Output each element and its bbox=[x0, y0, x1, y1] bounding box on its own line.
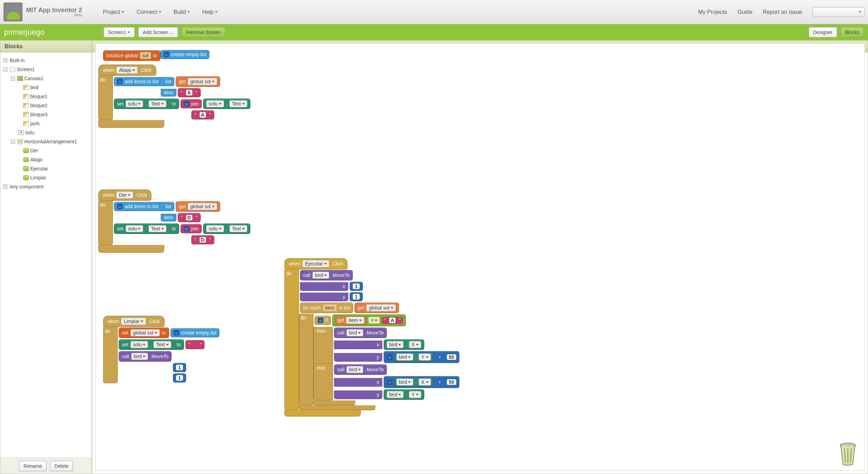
sprite-icon bbox=[23, 112, 29, 117]
screen-select-button[interactable]: Screen1 bbox=[103, 27, 135, 37]
gear-icon[interactable] bbox=[387, 354, 392, 360]
tree-sprite[interactable]: bloque3 bbox=[2, 110, 90, 119]
link-guide[interactable]: Guide bbox=[737, 9, 752, 15]
caret-icon bbox=[859, 11, 861, 13]
menu-connect[interactable]: Connect bbox=[136, 9, 161, 15]
block-when-abajo-click[interactable]: whenAbajo.Click do add items to list lis… bbox=[98, 65, 865, 128]
menu-help[interactable]: Help bbox=[202, 9, 218, 15]
tree-canvas[interactable]: –Canvas1 bbox=[2, 74, 90, 83]
harrangement-icon bbox=[17, 139, 23, 144]
tree-sprite[interactable]: bloque2 bbox=[2, 101, 90, 110]
sprite-icon bbox=[23, 94, 29, 99]
collapse-icon[interactable]: – bbox=[3, 67, 7, 71]
main-area: Blocks +Built-in –Screen1 –Canvas1 bird … bbox=[0, 40, 868, 474]
tree-sprite[interactable]: bird bbox=[2, 83, 90, 92]
tree-button[interactable]: Der bbox=[2, 146, 90, 155]
menu-project[interactable]: Project bbox=[103, 9, 124, 15]
viewer-panel: Viewer initialize globalsolto create emp… bbox=[92, 40, 868, 474]
menu-build[interactable]: Build bbox=[174, 9, 190, 15]
button-icon bbox=[23, 175, 29, 180]
remove-screen-button[interactable]: Remove Screen bbox=[182, 27, 225, 37]
block-when-ejecutar-click[interactable]: whenEjecutar.Click do callbird.MoveTo x1… bbox=[284, 258, 865, 416]
tree-sprite[interactable]: pork bbox=[2, 119, 90, 128]
blocks-panel-title: Blocks bbox=[0, 41, 92, 52]
caret-icon bbox=[187, 11, 190, 13]
block-init-global[interactable]: initialize globalsolto create empty list bbox=[103, 50, 209, 61]
gear-icon[interactable] bbox=[387, 379, 392, 385]
app-logo bbox=[3, 2, 23, 22]
button-icon bbox=[23, 148, 29, 153]
sprite-icon bbox=[23, 121, 29, 126]
top-right-menus: My Projects Guide Report an Issue bbox=[698, 7, 865, 17]
rename-button[interactable]: Rename bbox=[19, 461, 47, 471]
caret-icon bbox=[122, 11, 124, 13]
screen-icon bbox=[10, 67, 15, 72]
expand-icon[interactable]: + bbox=[3, 185, 7, 189]
top-menubar: MIT App Inventor 2 Beta Project Connect … bbox=[0, 0, 868, 24]
gear-icon[interactable] bbox=[184, 226, 189, 231]
designer-button[interactable]: Designer bbox=[809, 27, 837, 37]
tree-screen[interactable]: –Screen1 bbox=[2, 65, 90, 74]
blocks-button[interactable]: Blocks bbox=[841, 27, 864, 37]
sprite-icon bbox=[23, 103, 29, 108]
label-icon: A bbox=[18, 130, 24, 135]
component-tree[interactable]: +Built-in –Screen1 –Canvas1 bird bloque1… bbox=[0, 52, 92, 458]
gear-icon[interactable] bbox=[117, 204, 123, 209]
project-name: primerjuego bbox=[4, 28, 44, 37]
gear-icon[interactable] bbox=[174, 330, 179, 336]
canvas-icon bbox=[17, 76, 23, 81]
tree-harrangement[interactable]: –HorizontalArrangement1 bbox=[2, 137, 90, 146]
tree-footer: Rename Delete bbox=[0, 458, 92, 474]
button-icon bbox=[23, 166, 29, 171]
tree-any-component[interactable]: +Any component bbox=[2, 182, 90, 191]
blocks-workspace[interactable]: initialize globalsolto create empty list… bbox=[95, 43, 865, 471]
tree-sprite[interactable]: bloque1 bbox=[2, 92, 90, 101]
collapse-icon[interactable]: – bbox=[11, 139, 15, 144]
caret-icon bbox=[215, 11, 218, 13]
expand-icon[interactable]: + bbox=[3, 58, 7, 62]
tree-button[interactable]: Abajo bbox=[2, 155, 90, 164]
block-when-der-click[interactable]: whenDer.Click do add items to list listg… bbox=[98, 189, 865, 253]
caret-icon bbox=[159, 11, 161, 13]
delete-button[interactable]: Delete bbox=[50, 461, 73, 471]
tree-button[interactable]: Limpiar bbox=[2, 173, 90, 182]
tree-builtin[interactable]: +Built-in bbox=[2, 56, 90, 65]
blocks-panel: Blocks +Built-in –Screen1 –Canvas1 bird … bbox=[0, 40, 92, 474]
gear-icon[interactable] bbox=[318, 318, 323, 323]
sprite-icon bbox=[23, 85, 29, 90]
button-icon bbox=[23, 157, 29, 162]
add-screen-button[interactable]: Add Screen ... bbox=[138, 27, 178, 37]
top-menus: Project Connect Build Help bbox=[103, 9, 218, 15]
gear-icon[interactable] bbox=[117, 79, 123, 84]
app-title: MIT App Inventor 2 Beta bbox=[26, 7, 82, 17]
link-report-issue[interactable]: Report an Issue bbox=[763, 9, 802, 15]
tree-button[interactable]: Ejecutar bbox=[2, 164, 90, 173]
link-my-projects[interactable]: My Projects bbox=[698, 9, 727, 15]
collapse-icon[interactable]: – bbox=[11, 76, 15, 81]
trash-icon[interactable] bbox=[837, 441, 858, 466]
caret-icon bbox=[127, 32, 130, 33]
gear-icon[interactable] bbox=[164, 52, 169, 57]
tree-label[interactable]: Asolu bbox=[2, 128, 90, 137]
language-select[interactable] bbox=[812, 7, 865, 17]
gear-icon[interactable] bbox=[184, 101, 189, 107]
project-toolbar: primerjuego Screen1 Add Screen ... Remov… bbox=[0, 24, 868, 40]
